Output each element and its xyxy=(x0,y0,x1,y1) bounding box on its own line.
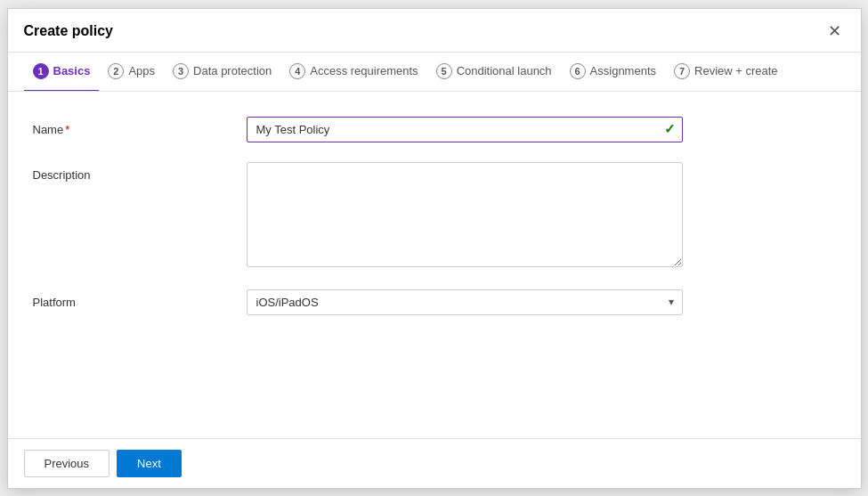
dialog-body: Name* ✓ Description Platform iOS/i xyxy=(8,92,861,438)
tab-label-basics: Basics xyxy=(53,64,91,77)
next-button[interactable]: Next xyxy=(117,450,182,477)
description-label: Description xyxy=(33,162,247,182)
tab-num-assignments: 6 xyxy=(570,63,586,79)
name-check-icon: ✓ xyxy=(664,121,676,137)
platform-label: Platform xyxy=(33,289,247,309)
name-row: Name* ✓ xyxy=(33,117,836,142)
name-input-wrap: ✓ xyxy=(247,117,683,142)
tab-access-requirements[interactable]: 4 Access requirements xyxy=(280,53,426,92)
create-policy-dialog: Create policy ✕ 1 Basics 2 Apps 3 Data p… xyxy=(7,8,862,489)
tab-basics[interactable]: 1 Basics xyxy=(24,53,100,92)
dialog-title: Create policy xyxy=(24,23,113,39)
platform-select[interactable]: iOS/iPadOS Android xyxy=(247,289,683,315)
dialog-header: Create policy ✕ xyxy=(8,9,861,53)
tab-num-apps: 2 xyxy=(108,63,124,79)
name-label: Name* xyxy=(33,117,247,136)
tab-data-protection[interactable]: 3 Data protection xyxy=(164,53,280,92)
platform-select-wrap: iOS/iPadOS Android ▾ xyxy=(247,289,683,315)
tab-label-review-create: Review + create xyxy=(694,64,778,77)
platform-select-container: iOS/iPadOS Android ▾ xyxy=(247,289,683,315)
tab-apps[interactable]: 2 Apps xyxy=(99,53,164,92)
name-input[interactable] xyxy=(247,117,683,142)
tabs-nav: 1 Basics 2 Apps 3 Data protection 4 Acce… xyxy=(8,53,861,92)
tab-num-data-protection: 3 xyxy=(173,63,189,79)
tab-num-access-requirements: 4 xyxy=(289,63,305,79)
tab-num-conditional-launch: 5 xyxy=(436,63,452,79)
tab-assignments[interactable]: 6 Assignments xyxy=(561,53,665,92)
tab-review-create[interactable]: 7 Review + create xyxy=(665,53,787,92)
name-input-container: ✓ xyxy=(247,117,683,142)
tab-num-review-create: 7 xyxy=(674,63,690,79)
tab-num-basics: 1 xyxy=(33,63,49,79)
tab-label-data-protection: Data protection xyxy=(193,64,272,77)
tab-label-assignments: Assignments xyxy=(590,64,656,77)
description-row: Description xyxy=(33,162,836,270)
tab-label-apps: Apps xyxy=(128,64,155,77)
platform-row: Platform iOS/iPadOS Android ▾ xyxy=(33,289,836,315)
dialog-footer: Previous Next xyxy=(8,438,861,488)
tab-label-conditional-launch: Conditional launch xyxy=(457,64,552,77)
description-input-wrap xyxy=(247,162,683,270)
description-input[interactable] xyxy=(247,162,683,267)
name-required-star: * xyxy=(65,123,69,136)
tab-conditional-launch[interactable]: 5 Conditional launch xyxy=(427,53,561,92)
close-button[interactable]: ✕ xyxy=(824,21,845,41)
previous-button[interactable]: Previous xyxy=(24,450,110,477)
tab-label-access-requirements: Access requirements xyxy=(310,64,418,77)
